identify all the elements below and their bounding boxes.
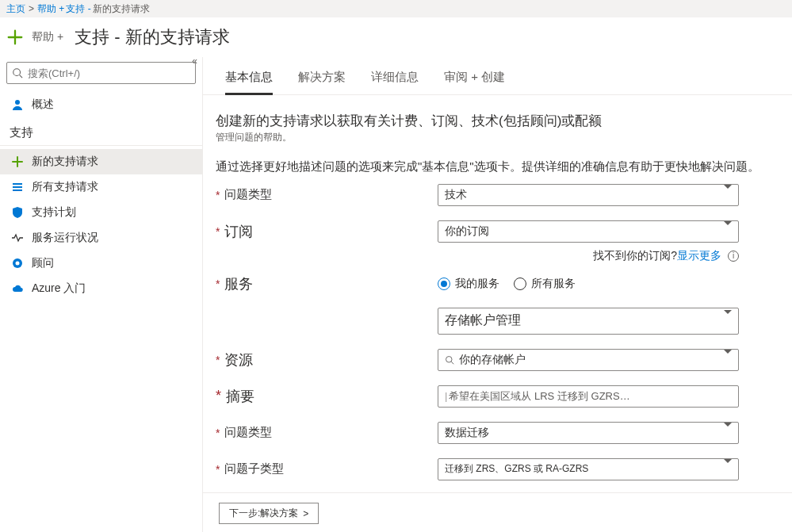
chevron-down-icon [724, 354, 732, 366]
sidebar-item-support-plan[interactable]: 支持计划 [0, 200, 202, 225]
main-panel: 基本信息 解决方案 详细信息 审阅 + 创建 创建新的支持请求以获取有关计费、订… [203, 57, 792, 532]
tab-details[interactable]: 详细信息 [371, 70, 419, 94]
svg-rect-5 [13, 189, 22, 191]
breadcrumb-current: 新的支持请求 [93, 2, 150, 16]
select-issue-type[interactable]: 技术 [438, 184, 739, 206]
label-problem-type: * 问题类型 [216, 425, 438, 440]
page-title-prefix: 帮助 + [32, 30, 63, 44]
service-radio-group: 我的服务 所有服务 [438, 277, 739, 291]
sidebar-item-service-health[interactable]: 服务运行状况 [0, 225, 202, 251]
breadcrumb-home[interactable]: 主页 [6, 2, 25, 16]
chevron-down-icon [724, 427, 732, 439]
shield-icon [11, 206, 24, 219]
intro-text-2: 通过选择更好地描述问题的选项来完成"基本信息"选项卡。提供详细的准确信息有助于更… [216, 157, 770, 176]
search-icon [12, 67, 23, 78]
heartbeat-icon [11, 232, 24, 244]
sidebar-item-label: 概述 [32, 98, 54, 112]
tab-basics[interactable]: 基本信息 [225, 70, 273, 95]
chevron-down-icon [724, 225, 732, 238]
label-summary: * 摘要 [216, 387, 438, 406]
subscription-helper: 找不到你的订阅?显示更多 i [438, 249, 739, 263]
sidebar-item-label: 所有支持请求 [32, 180, 98, 194]
sidebar-item-label: Azure 入门 [32, 281, 86, 296]
sidebar-item-label: 顾问 [32, 256, 54, 270]
radio-all-services[interactable]: 所有服务 [514, 277, 576, 291]
search-input[interactable] [28, 67, 190, 79]
tabs: 基本信息 解决方案 详细信息 审阅 + 创建 [203, 57, 792, 95]
show-more-link[interactable]: 显示更多 [677, 249, 721, 262]
sidebar-section-support: 支持 [0, 117, 202, 146]
breadcrumb: 主页 > 帮助 + 支持 - 新的支持请求 [0, 0, 792, 17]
tab-review[interactable]: 审阅 + 创建 [444, 70, 505, 94]
svg-point-2 [15, 100, 20, 105]
select-service[interactable]: 存储帐户管理 [438, 308, 739, 335]
breadcrumb-support[interactable]: 支持 - [66, 2, 90, 16]
label-problem-subtype: * 问题子类型 [216, 461, 438, 477]
input-summary[interactable]: | 希望在美国区域从 LRS 迁移到 GZRS… [438, 385, 739, 408]
radio-icon [438, 277, 450, 290]
label-subscription: * 订阅 [216, 222, 438, 241]
sidebar-item-label: 支持计划 [32, 205, 76, 220]
sidebar-item-label: 新的支持请求 [32, 155, 98, 169]
svg-point-7 [16, 262, 20, 266]
radio-icon [514, 277, 526, 290]
breadcrumb-help[interactable]: 帮助 + [37, 2, 64, 16]
sidebar-item-advisor[interactable]: 顾问 [0, 251, 202, 276]
chevron-down-icon [724, 189, 732, 201]
plus-icon [6, 29, 24, 46]
radio-my-services[interactable]: 我的服务 [438, 277, 499, 291]
select-subscription[interactable]: 你的订阅 [438, 220, 739, 243]
svg-point-8 [446, 356, 453, 362]
svg-line-1 [20, 75, 23, 78]
chevron-down-icon [724, 463, 732, 476]
person-icon [11, 98, 24, 111]
form-content: 创建新的支持请求以获取有关计费、订阅、技术(包括顾问)或配额 管理问题的帮助。 … [203, 95, 792, 492]
tab-solutions[interactable]: 解决方案 [298, 70, 346, 94]
sidebar-search[interactable] [6, 62, 196, 84]
chevron-right-icon: > [303, 508, 308, 519]
svg-line-9 [451, 362, 453, 364]
search-icon [445, 355, 454, 365]
select-problem-subtype[interactable]: 迁移到 ZRS、GZRS 或 RA-GZRS [438, 458, 739, 480]
label-resource: * 资源 [216, 350, 438, 369]
page-title-row: 帮助 + 支持 - 新的支持请求 [0, 17, 792, 57]
svg-point-0 [13, 69, 21, 76]
sidebar-item-azure-intro[interactable]: Azure 入门 [0, 276, 202, 301]
svg-rect-3 [13, 183, 22, 185]
form-footer: 下一步:解决方案 > [203, 492, 792, 532]
sidebar-item-overview[interactable]: 概述 [0, 92, 202, 117]
label-service: * 服务 [216, 274, 438, 293]
label-issue-type: * 问题类型 [216, 187, 438, 202]
plus-small-icon [11, 155, 24, 168]
intro-text: 创建新的支持请求以获取有关计费、订阅、技术(包括顾问)或配额 管理问题的帮助。 [216, 111, 770, 143]
list-icon [11, 181, 24, 193]
sidebar-item-all-requests[interactable]: 所有支持请求 [0, 174, 202, 200]
sidebar-item-new-request[interactable]: 新的支持请求 [0, 149, 202, 174]
select-resource[interactable]: 你的存储帐户 [438, 349, 739, 371]
advisor-icon [11, 257, 24, 270]
cloud-icon [11, 282, 24, 295]
page-title: 支持 - 新的支持请求 [75, 25, 230, 49]
select-problem-type[interactable]: 数据迁移 [438, 422, 739, 444]
info-icon[interactable]: i [728, 251, 739, 262]
svg-rect-4 [13, 186, 22, 188]
next-button[interactable]: 下一步:解决方案 > [219, 503, 319, 524]
chevron-down-icon [724, 314, 732, 328]
sidebar-item-label: 服务运行状况 [32, 231, 98, 245]
collapse-sidebar-icon[interactable]: « [192, 55, 197, 67]
sidebar: « 概述 支持 新的支持请求 所有支持请求 [0, 57, 203, 532]
